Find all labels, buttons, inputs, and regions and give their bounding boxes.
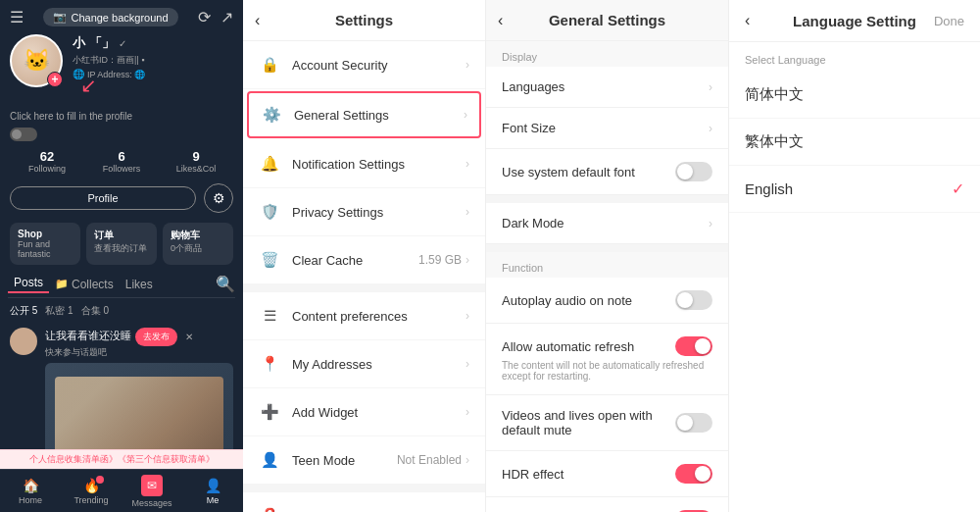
- widget-icon: ➕: [259, 401, 280, 423]
- ticker-bar: 个人信息收集清单函》《第三个信息获取清单》: [0, 449, 243, 469]
- settings-help-center[interactable]: ❓ Help Center ›: [243, 492, 485, 512]
- settings-addresses[interactable]: 📍 My Addresses ›: [243, 340, 485, 388]
- general-settings-title: General Settings: [549, 12, 665, 28]
- language-header: ‹ Language Setting Done: [729, 0, 980, 42]
- profile-icon: 👤: [205, 478, 221, 493]
- cart-card[interactable]: 购物车 0个商品: [163, 223, 233, 265]
- teen-icon: 👤: [259, 449, 280, 471]
- settings-back-button[interactable]: ‹: [255, 12, 260, 29]
- gear-icon: ⚙️: [261, 104, 282, 126]
- display-section-label: Display: [486, 41, 728, 67]
- hdr-toggle[interactable]: [675, 464, 712, 484]
- settings-content-preferences[interactable]: ☰ Content preferences ›: [243, 292, 485, 340]
- general-settings-header: ‹ General Settings: [486, 0, 728, 41]
- settings-teen-mode[interactable]: 👤 Teen Mode Not Enabled ›: [243, 436, 485, 485]
- dark-mode-item[interactable]: Dark Mode ›: [486, 203, 728, 244]
- language-simplified-chinese[interactable]: 简体中文: [729, 72, 980, 119]
- subtab-collection[interactable]: 合集 0: [81, 304, 109, 318]
- close-post-button[interactable]: ✕: [185, 332, 193, 342]
- settings-notification[interactable]: 🔔 Notification Settings ›: [243, 140, 485, 188]
- settings-add-widget[interactable]: ➕ Add Widget ›: [243, 388, 485, 436]
- settings-header: ‹ Settings: [243, 0, 485, 41]
- lock-icon: 🔒: [259, 54, 280, 76]
- search-icon[interactable]: 🔍: [216, 275, 235, 293]
- settings-clear-cache[interactable]: 🗑️ Clear Cache 1.59 GB ›: [243, 236, 485, 284]
- post-title: 让我看看谁还没睡: [45, 329, 131, 343]
- tab-collects[interactable]: 📁 Collects: [49, 278, 120, 291]
- shop-card[interactable]: Shop Fun and fantastic: [10, 223, 80, 265]
- subtab-private[interactable]: 私密 1: [45, 304, 73, 318]
- chevron-icon: ›: [466, 357, 469, 371]
- profile-toggle[interactable]: [10, 128, 37, 141]
- select-language-label: Select Language: [729, 42, 980, 72]
- languages-item[interactable]: Languages ›: [486, 67, 728, 108]
- default-mute-item[interactable]: Videos and lives open with default mute: [486, 395, 728, 451]
- post-subtitle: 快来参与话题吧: [45, 346, 233, 359]
- system-font-toggle[interactable]: [675, 162, 712, 181]
- bottom-navigation: 🏠 Home 🔥 Trending ✉ Messages 👤 Me: [0, 469, 243, 512]
- tab-posts[interactable]: Posts: [8, 276, 49, 293]
- font-size-item[interactable]: Font Size ›: [486, 108, 728, 149]
- nav-home[interactable]: 🏠 Home: [0, 470, 61, 512]
- chevron-icon: ›: [709, 217, 712, 230]
- orders-card[interactable]: 订单 查看我的订单: [86, 223, 157, 265]
- checkmark-icon: ✓: [952, 179, 964, 198]
- autoplay-toggle[interactable]: [675, 290, 712, 310]
- settings-privacy[interactable]: 🛡️ Privacy Settings ›: [243, 188, 485, 236]
- general-settings-panel: ‹ General Settings Display Languages › F…: [486, 0, 729, 512]
- default-mute-toggle[interactable]: [675, 413, 712, 433]
- add-avatar-button[interactable]: +: [47, 72, 63, 87]
- shield-icon: 🛡️: [259, 201, 280, 223]
- followers-stat[interactable]: 6 Followers: [84, 149, 159, 174]
- auto-refresh-toggle[interactable]: [675, 336, 712, 356]
- chevron-icon: ›: [466, 453, 469, 467]
- chevron-icon: ›: [464, 108, 467, 122]
- chevron-icon: ›: [466, 58, 469, 72]
- language-english[interactable]: English ✓: [729, 166, 980, 213]
- chevron-icon: ›: [466, 205, 469, 219]
- share-icon[interactable]: ⟳: [198, 8, 211, 26]
- publish-button[interactable]: 去发布: [135, 328, 177, 346]
- arrow-indicator: ↙: [80, 74, 97, 97]
- autoplay-audio-item[interactable]: Autoplay audio on note: [486, 278, 728, 324]
- settings-panel: ‹ Settings 🔒 Account Security › ⚙️ Gener…: [243, 0, 486, 512]
- bell-icon: 🔔: [259, 153, 280, 175]
- history-item[interactable]: History When enabled,we won't save your …: [486, 497, 728, 512]
- fill-profile-tip[interactable]: Click here to fill in the profile: [10, 111, 233, 122]
- external-link-icon[interactable]: ↗: [220, 8, 233, 26]
- language-done-button[interactable]: Done: [934, 14, 964, 28]
- hamburger-icon[interactable]: ☰: [10, 8, 24, 26]
- subtab-public[interactable]: 公开 5: [10, 304, 37, 318]
- language-back-button[interactable]: ‹: [745, 12, 750, 29]
- language-panel: ‹ Language Setting Done Select Language …: [729, 0, 980, 512]
- hdr-effect-item[interactable]: HDR effect: [486, 451, 728, 497]
- profile-panel: ☰ 📷 Change background ⟳ ↗ 🐱 + 小 「」 ✓: [0, 0, 243, 512]
- system-font-item[interactable]: Use system default font: [486, 149, 728, 195]
- chevron-icon: ›: [466, 253, 469, 267]
- chevron-icon: ›: [709, 80, 712, 94]
- likes-collects-stat[interactable]: 9 Likes&Col: [159, 149, 233, 174]
- function-section-label: Function: [486, 252, 728, 278]
- username: 小 「」: [73, 34, 115, 52]
- content-icon: ☰: [259, 305, 280, 327]
- settings-account-security[interactable]: 🔒 Account Security ›: [243, 41, 485, 89]
- chevron-icon: ›: [466, 157, 469, 171]
- profile-button[interactable]: Profile: [10, 186, 196, 210]
- auto-refresh-item[interactable]: Allow automatic refresh The content will…: [486, 324, 728, 395]
- nav-me[interactable]: 👤 Me: [182, 470, 243, 512]
- chevron-icon: ›: [466, 309, 469, 323]
- home-icon: 🏠: [23, 478, 39, 493]
- following-stat[interactable]: 62 Following: [10, 149, 84, 174]
- messages-icon: ✉: [141, 475, 163, 496]
- profile-settings-button[interactable]: ⚙: [204, 183, 233, 213]
- tab-likes[interactable]: Likes: [120, 278, 159, 291]
- auto-refresh-desc: The content will not be automatically re…: [502, 360, 712, 382]
- settings-general[interactable]: ⚙️ General Settings ›: [247, 91, 481, 138]
- nav-trending[interactable]: 🔥 Trending: [61, 470, 122, 512]
- nav-messages[interactable]: ✉ Messages: [122, 470, 182, 512]
- change-background-button[interactable]: 📷 Change background: [43, 8, 177, 26]
- verified-icon: ✓: [119, 38, 126, 49]
- language-traditional-chinese[interactable]: 繁体中文: [729, 119, 980, 166]
- general-back-button[interactable]: ‹: [498, 12, 503, 29]
- post-avatar: [10, 328, 37, 355]
